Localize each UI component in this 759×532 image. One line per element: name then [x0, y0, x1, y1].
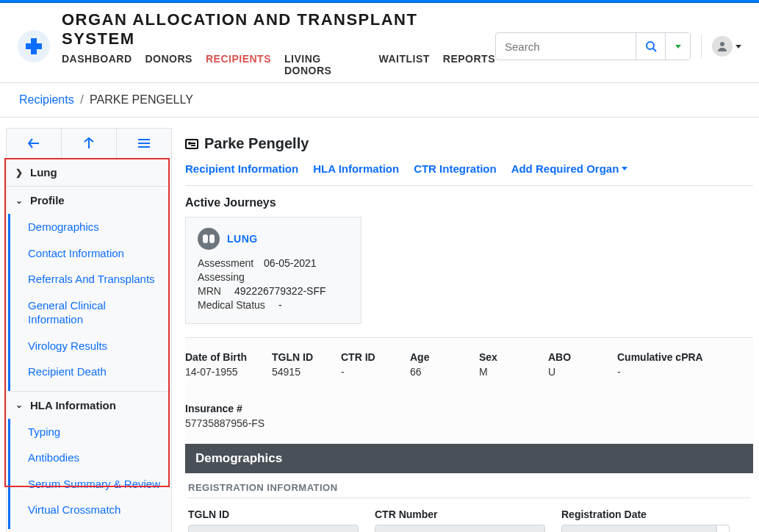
tab-ctr-integration[interactable]: CTR Integration	[414, 162, 497, 175]
breadcrumb-current: PARKE PENGELLY	[90, 93, 193, 106]
journey-card-header: LUNG	[198, 228, 349, 250]
breadcrumb-separator: /	[80, 93, 83, 106]
journey-row: Medical Status-	[198, 299, 349, 311]
user-avatar-icon	[712, 36, 733, 57]
svg-point-2	[720, 42, 724, 46]
nav-recipients[interactable]: RECIPIENTS	[206, 53, 271, 76]
info-value: -	[341, 366, 385, 378]
svg-point-0	[647, 42, 654, 49]
info-label: TGLN ID	[272, 351, 316, 363]
id-card-icon	[185, 139, 198, 149]
info-tgln: TGLN ID54915	[272, 351, 316, 378]
app-title: ORGAN ALLOCATION AND TRANSPLANT SYSTEM	[62, 10, 495, 48]
info-label: CTR ID	[341, 351, 385, 363]
journey-row-label: MRN	[198, 285, 227, 297]
search-input[interactable]	[496, 40, 636, 53]
content-header: Parke Pengelly Recipient Information HLA…	[185, 128, 753, 186]
sidebar-profile-items: Demographics Contact Information Referra…	[8, 214, 171, 391]
info-sex: SexM	[479, 351, 523, 378]
arrow-left-icon	[28, 138, 40, 148]
journey-row-value: 492226779322-SFF	[234, 285, 326, 297]
active-journeys-title: Active Journeys	[185, 196, 753, 209]
sidebar-item-demographics[interactable]: Demographics	[10, 214, 171, 240]
breadcrumb-recipients-link[interactable]: Recipients	[19, 93, 74, 106]
sidebar-lung-label: Lung	[30, 166, 57, 179]
sidebar-profile-label: Profile	[30, 194, 65, 206]
sidebar-item-contact[interactable]: Contact Information	[10, 240, 171, 267]
reg-date-label: Registration Date	[561, 508, 723, 520]
content-area: Parke Pengelly Recipient Information HLA…	[172, 128, 753, 532]
sidebar-item-antibodies[interactable]: Antibodies	[10, 445, 171, 471]
recipient-name-block: Parke Pengelly	[185, 135, 309, 152]
journey-organ-label: LUNG	[227, 233, 258, 245]
sidebar-toolbar	[7, 129, 171, 159]
reg-date-input[interactable]	[561, 525, 717, 532]
ctr-number-input[interactable]	[375, 525, 545, 532]
tab-add-organ[interactable]: Add Required Organ	[511, 162, 628, 175]
info-value: 57735887956-FS	[185, 417, 265, 429]
sidebar: ❯ Lung ⌄ Profile Demographics Contact In…	[6, 128, 172, 532]
sidebar-profile-toggle[interactable]: ⌄ Profile	[7, 187, 171, 214]
info-value: 66	[410, 366, 454, 378]
sidebar-item-serum[interactable]: Serum Summary & Review	[10, 471, 171, 497]
user-menu-button[interactable]	[712, 36, 741, 57]
recipient-tabs: Recipient Information HLA Information CT…	[185, 162, 627, 175]
reg-date-picker-button[interactable]	[717, 525, 730, 532]
demographics-panel-header: Demographics	[185, 444, 753, 473]
chevron-right-icon: ❯	[15, 168, 24, 178]
sidebar-lung-toggle[interactable]: ❯ Lung	[7, 159, 171, 186]
registration-info-subtitle: REGISTRATION INFORMATION	[188, 473, 750, 498]
chevron-down-icon: ⌄	[15, 195, 24, 206]
sidebar-menu-button[interactable]	[117, 129, 171, 158]
nav-waitlist[interactable]: WAITLIST	[378, 53, 429, 76]
sidebar-section-hla: ⌄ HLA Information Typing Antibodies Seru…	[7, 392, 171, 529]
sidebar-item-crossmatch[interactable]: Virtual Crossmatch	[10, 497, 171, 523]
sidebar-item-virology[interactable]: Virology Results	[10, 333, 171, 359]
tgln-id-input[interactable]	[188, 525, 359, 532]
tab-hla-info[interactable]: HLA Information	[313, 162, 399, 175]
info-value: -	[617, 366, 703, 378]
nav-dashboard[interactable]: DASHBOARD	[62, 53, 132, 76]
journey-row-label: Medical Status	[198, 299, 271, 311]
info-label: Sex	[479, 351, 523, 363]
journey-row-value: -	[278, 299, 282, 311]
info-dob: Date of Birth14-07-1955	[185, 351, 247, 378]
info-value: U	[548, 366, 592, 378]
caret-down-icon	[735, 45, 741, 48]
sidebar-up-button[interactable]	[62, 129, 117, 158]
ctr-number-label: CTR Number	[375, 508, 545, 520]
sidebar-hla-label: HLA Information	[30, 399, 116, 411]
sidebar-item-referrals[interactable]: Referrals And Transplants	[10, 266, 171, 292]
info-abo: ABOU	[548, 351, 592, 378]
breadcrumb: Recipients / PARKE PENGELLY	[0, 83, 759, 118]
tab-recipient-info[interactable]: Recipient Information	[185, 162, 298, 175]
sidebar-hla-items: Typing Antibodies Serum Summary & Review…	[8, 419, 171, 529]
search-dropdown-button[interactable]	[665, 33, 690, 60]
info-insurance: Insurance #57735887956-FS	[185, 403, 265, 429]
sidebar-hla-toggle[interactable]: ⌄ HLA Information	[7, 392, 171, 419]
sidebar-back-button[interactable]	[7, 129, 62, 158]
menu-icon	[138, 139, 150, 148]
form-row: TGLN ID CTR Number Registration Date	[188, 508, 750, 532]
arrow-up-icon	[84, 137, 94, 149]
search-icon	[645, 40, 657, 52]
lung-icon	[198, 228, 220, 250]
reg-date-input-group	[561, 525, 723, 532]
search-button[interactable]	[636, 33, 665, 60]
journey-row: Assessing	[198, 271, 349, 283]
sidebar-item-clinical[interactable]: General Clinical Information	[10, 292, 171, 333]
primary-nav: DASHBOARD DONORS RECIPIENTS LIVING DONOR…	[62, 53, 495, 82]
header-actions	[495, 32, 741, 60]
info-age: Age66	[410, 351, 454, 378]
journey-row-label: Assessing	[198, 271, 256, 283]
sidebar-item-death[interactable]: Recipient Death	[10, 359, 171, 385]
nav-reports[interactable]: REPORTS	[443, 53, 495, 76]
journey-card-lung[interactable]: LUNG Assessment06-05-2021 Assessing MRN4…	[185, 217, 361, 324]
info-value: M	[479, 366, 523, 378]
tab-add-organ-label: Add Required Organ	[511, 162, 619, 175]
info-label: Cumulative cPRA	[617, 351, 703, 363]
nav-living-donors[interactable]: LIVING DONORS	[284, 53, 366, 76]
app-logo	[18, 30, 50, 62]
nav-donors[interactable]: DONORS	[145, 53, 193, 76]
sidebar-item-typing[interactable]: Typing	[10, 419, 171, 445]
